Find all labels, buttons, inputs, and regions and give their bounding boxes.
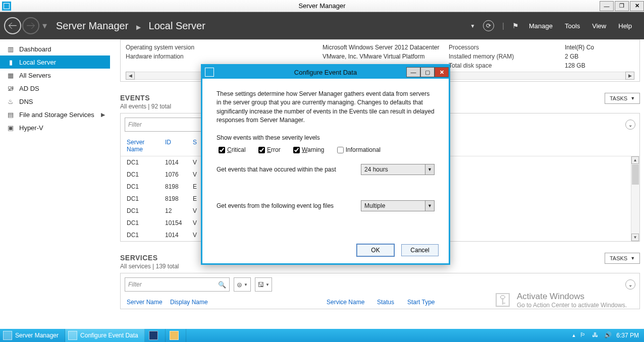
breadcrumb: Server Manager Local Server — [56, 20, 205, 32]
ribbon-divider: | — [502, 22, 504, 30]
dns-icon: ♨ — [6, 98, 15, 105]
scroll-up-button[interactable]: ▲ — [631, 156, 639, 164]
prop-value[interactable]: 128 GB — [565, 62, 634, 69]
col-server-name[interactable]: Server Name — [125, 298, 168, 307]
severity-error-checkbox[interactable]: Error — [256, 145, 281, 155]
scroll-thumb[interactable] — [632, 164, 639, 185]
sidebar-item-all-servers[interactable]: ▦All Servers — [0, 69, 110, 82]
events-subtitle: All events | 92 total — [120, 103, 171, 110]
severity-informational-checkbox[interactable]: Informational — [335, 145, 381, 155]
dialog-title: Configure Event Data — [202, 69, 449, 76]
tray-sound-icon[interactable]: 🔊 — [604, 331, 612, 339]
window-minimize-button[interactable]: — — [600, 1, 614, 11]
tasks-label: TASKS — [610, 255, 627, 261]
severity-warning-checkbox[interactable]: Warning — [291, 145, 324, 155]
sidebar-item-label: AD DS — [19, 85, 39, 92]
taskbar-item-configure-event-data[interactable]: Configure Event Data — [65, 329, 145, 342]
window-titlebar: Server Manager — ❐ ✕ — [0, 0, 644, 12]
events-vscrollbar[interactable]: ▲ ▼ — [631, 156, 639, 241]
services-save-query-button[interactable]: 🖫 — [255, 277, 272, 292]
services-expand-button[interactable]: ⌄ — [625, 279, 635, 290]
events-expand-button[interactable]: ⌄ — [625, 120, 635, 130]
taskbar[interactable]: Server Manager Configure Event Data ▲ 🏳 … — [0, 329, 644, 342]
scroll-left-button[interactable]: ◀ — [126, 72, 135, 80]
events-title: EVENTS — [120, 94, 171, 102]
dialog-intro-text: These settings determine how Server Mana… — [217, 90, 435, 125]
col-server-name[interactable]: Server Name — [125, 138, 163, 154]
taskbar-label: Configure Event Data — [80, 332, 138, 339]
tray-network-icon[interactable]: 🖧 — [592, 331, 600, 339]
system-tray[interactable]: ▲ 🏳 🖧 🔊 6:37 PM — [571, 331, 644, 339]
search-icon[interactable]: 🔍 — [218, 281, 226, 289]
services-title: SERVICES — [120, 254, 179, 262]
notifications-flag-icon[interactable]: ⚑ — [512, 22, 519, 30]
col-service-name[interactable]: Service Name — [325, 298, 375, 307]
tray-flag-icon[interactable]: 🏳 — [580, 331, 588, 339]
prop-label: Total disk space — [449, 62, 565, 69]
col-status[interactable]: Status — [375, 298, 405, 307]
log-files-label: Get events from the following event log … — [217, 202, 361, 209]
scroll-right-button[interactable]: ▶ — [625, 72, 634, 80]
storage-icon: ▤ — [6, 111, 15, 118]
col-start-type[interactable]: Start Type — [405, 298, 446, 307]
sidebar-item-local-server[interactable]: ▮Local Server — [0, 55, 110, 69]
taskbar-item-explorer[interactable] — [166, 329, 186, 342]
breadcrumb-page[interactable]: Local Server — [149, 20, 205, 31]
hyperv-icon: ▣ — [6, 124, 15, 131]
server-icon: ▮ — [6, 59, 15, 66]
menu-tools[interactable]: Tools — [565, 22, 580, 30]
prop-label: Processors — [449, 44, 565, 51]
sidebar-item-ad-ds[interactable]: 🖳AD DS — [0, 82, 110, 95]
adds-icon: 🖳 — [6, 85, 15, 92]
ok-button[interactable]: OK — [357, 244, 394, 256]
log-files-select[interactable]: Multiple — [361, 200, 435, 211]
refresh-button[interactable]: ⟳ — [483, 20, 494, 31]
dialog-titlebar[interactable]: Configure Event Data — ▢ ✕ — [202, 66, 449, 79]
checkbox-label: Informational — [346, 146, 381, 153]
taskbar-item-powershell[interactable] — [145, 329, 166, 342]
col-id[interactable]: ID — [163, 138, 191, 154]
window-close-button[interactable]: ✕ — [630, 1, 644, 11]
window-maximize-button[interactable]: ❐ — [615, 1, 629, 11]
select-value: 24 hours — [364, 166, 388, 173]
sidebar-item-file-storage[interactable]: ▤File and Storage Services — [0, 108, 110, 121]
select-value: Multiple — [364, 202, 385, 209]
chevron-right-icon — [101, 111, 105, 118]
scroll-down-button[interactable]: ▼ — [631, 234, 639, 241]
sidebar-item-label: Local Server — [19, 59, 56, 66]
watermark-line2: Go to Action Center to activate Windows. — [517, 302, 627, 309]
services-filter-options-button[interactable]: ⊜ — [234, 277, 251, 292]
sidebar-item-hyper-v[interactable]: ▣Hyper-V — [0, 121, 110, 134]
nav-history-dropdown[interactable]: ▾ — [42, 20, 47, 31]
sidebar-item-dashboard[interactable]: ▥Dashboard — [0, 42, 110, 55]
time-period-select[interactable]: 24 hours — [361, 164, 435, 175]
services-filter-input[interactable]: Filter 🔍 — [125, 277, 230, 292]
prop-label: Installed memory (RAM) — [449, 53, 565, 60]
prop-value[interactable]: 2 GB — [565, 53, 634, 60]
col-display-name[interactable]: Display Name — [168, 298, 325, 307]
taskbar-item-server-manager[interactable]: Server Manager — [0, 329, 65, 342]
prop-value[interactable]: VMware, Inc. VMware Virtual Platform — [323, 53, 449, 60]
breadcrumb-root[interactable]: Server Manager — [56, 20, 128, 31]
events-tasks-button[interactable]: TASKS — [605, 93, 640, 104]
sidebar-item-label: File and Storage Services — [19, 111, 94, 119]
severity-critical-checkbox[interactable]: Critical — [217, 145, 246, 155]
menu-help[interactable]: Help — [618, 22, 632, 30]
activate-windows-watermark: ⚿ Activate Windows Go to Action Center t… — [495, 290, 627, 310]
prop-value[interactable]: Intel(R) Co — [565, 44, 634, 51]
breadcrumb-separator-icon — [136, 24, 141, 31]
chevron-down-icon — [630, 96, 635, 101]
ribbon-dropdown-icon[interactable]: ▼ — [470, 23, 475, 29]
taskbar-clock[interactable]: 6:37 PM — [616, 332, 639, 339]
sidebar-item-dns[interactable]: ♨DNS — [0, 95, 110, 108]
menu-manage[interactable]: Manage — [529, 22, 553, 30]
tray-show-hidden-icon[interactable]: ▲ — [571, 333, 576, 338]
nav-forward-button[interactable]: 🡢 — [22, 17, 39, 34]
menu-view[interactable]: View — [592, 22, 606, 30]
prop-value[interactable]: Microsoft Windows Server 2012 Datacenter — [323, 44, 449, 51]
services-tasks-button[interactable]: TASKS — [605, 253, 640, 264]
folder-icon — [170, 331, 179, 340]
nav-back-button[interactable]: 🡠 — [4, 17, 21, 34]
prop-label: Operating system version — [126, 44, 323, 51]
cancel-button[interactable]: Cancel — [401, 244, 439, 256]
